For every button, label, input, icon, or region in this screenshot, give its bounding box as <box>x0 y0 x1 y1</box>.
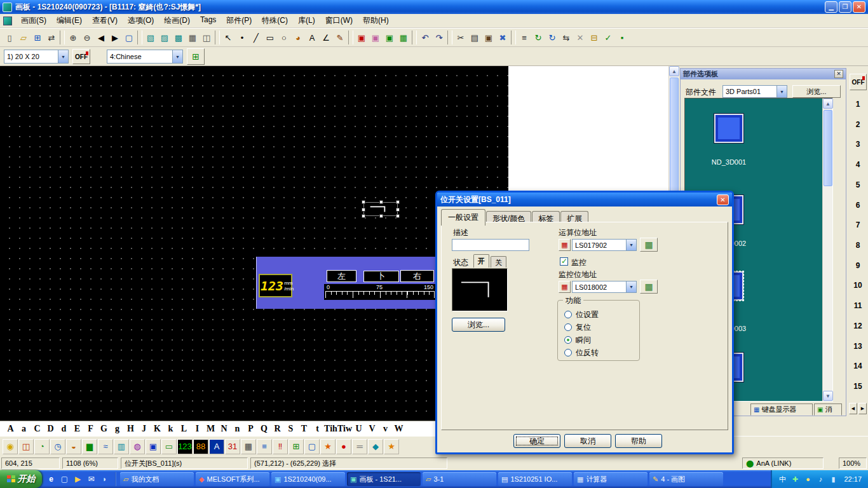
desktop-icon[interactable]: ▢ <box>59 473 70 485</box>
menu-parts[interactable]: 部件(P) <box>221 13 257 28</box>
valve-icon[interactable]: ◆ <box>368 439 383 454</box>
parts-file-combo[interactable]: 3D Parts01 ▼ <box>722 85 787 98</box>
chevron-down-icon[interactable]: ▼ <box>626 240 636 250</box>
selection-handle[interactable] <box>362 208 365 212</box>
task-calculator[interactable]: ▦计算器 <box>574 472 648 486</box>
chevron-down-icon[interactable]: ▼ <box>172 50 182 63</box>
align-icon[interactable]: ≡ <box>517 30 531 45</box>
mirror-icon[interactable]: ⇆ <box>559 30 573 45</box>
screen-new-icon[interactable]: ▧ <box>144 30 158 45</box>
zoom-out-icon[interactable]: ⊖ <box>80 30 94 45</box>
state-letter-17[interactable]: N <box>217 424 231 434</box>
state-letter-24[interactable]: t <box>311 424 324 434</box>
state-number-5[interactable]: 5 <box>848 175 868 195</box>
state-letter-12[interactable]: K <box>151 424 164 434</box>
delete-icon[interactable]: ✖ <box>496 30 510 45</box>
flower-part-icon[interactable]: ★ <box>384 439 399 454</box>
radio-bit-invert-label[interactable]: 位反转 <box>576 348 599 358</box>
transfer-icon[interactable]: ⇄ <box>44 30 58 45</box>
state-letter-13[interactable]: k <box>164 424 177 434</box>
task-huaban[interactable]: ▣画板 - 1S21... <box>347 472 421 486</box>
state-letter-14[interactable]: L <box>177 424 191 434</box>
drawing-canvas[interactable] <box>0 66 508 421</box>
group-icon[interactable]: ⊟ <box>587 30 601 45</box>
hmi-panel[interactable]: 123 mm /min 左 卜 右 0 75 150 <box>256 257 436 309</box>
radio-momentary[interactable] <box>564 336 572 344</box>
copy-icon[interactable]: ▤ <box>468 30 482 45</box>
state-number-12[interactable]: 12 <box>848 316 868 336</box>
pipe-icon[interactable]: ═ <box>352 439 367 454</box>
language-combo[interactable]: 4:Chinese ▼ <box>107 50 183 64</box>
mail-icon[interactable]: ✉ <box>86 473 97 485</box>
rect-tool-icon[interactable]: ▭ <box>263 30 277 45</box>
screen-open-icon[interactable]: ▨ <box>158 30 172 45</box>
seven-seg-icon[interactable]: 88 <box>193 439 208 454</box>
menu-view[interactable]: 查看(V) <box>87 13 123 28</box>
device-icon[interactable]: ▦ <box>559 281 571 293</box>
chevron-down-icon[interactable]: ▼ <box>626 281 636 292</box>
state-letter-18[interactable]: n <box>231 424 244 434</box>
scroll-down-icon[interactable]: ▼ <box>823 391 833 401</box>
menu-draw[interactable]: 绘画(D) <box>159 13 195 28</box>
radio-momentary-label[interactable]: 瞬间 <box>576 335 591 346</box>
tab-scroll-right-icon[interactable]: ▶ <box>858 403 867 414</box>
parts-panel-titlebar[interactable]: 部件选项板 ✕ <box>681 69 846 79</box>
hmi-button-right[interactable]: 右 <box>400 270 434 282</box>
network-tray-icon[interactable]: ▮ <box>828 474 838 484</box>
state-number-7[interactable]: 7 <box>848 215 868 235</box>
part-switch-icon[interactable]: ▣ <box>369 30 383 45</box>
state-letter-21[interactable]: R <box>271 424 284 434</box>
tab-message[interactable]: ▣ 消 <box>814 403 842 416</box>
pen-tool-icon[interactable]: ✎ <box>333 30 347 45</box>
antivirus-tray-icon[interactable]: ✚ <box>790 474 800 484</box>
state-letter-27[interactable]: U <box>352 424 365 434</box>
state-number-11[interactable]: 11 <box>848 295 868 316</box>
part-item-nd3d001[interactable] <box>714 114 743 143</box>
state-letter-26[interactable]: Tiw <box>337 424 352 434</box>
operation-address-combo[interactable]: LS017902 ▼ <box>572 239 637 251</box>
state-number-2[interactable]: 2 <box>848 114 868 135</box>
open-file-icon[interactable]: ▱ <box>17 30 31 45</box>
next-screen-icon[interactable]: ▶ <box>108 30 122 45</box>
cascade-windows-icon[interactable]: ▢ <box>122 30 136 45</box>
alert-tray-icon[interactable]: ● <box>803 474 813 484</box>
keypad-icon[interactable]: ▦ <box>640 238 658 252</box>
zoom-in-icon[interactable]: ⊕ <box>66 30 80 45</box>
text-tool-icon[interactable]: A <box>305 30 319 45</box>
pie-graph-icon[interactable]: ◔ <box>34 439 50 454</box>
numeric-display-icon[interactable]: 123 <box>177 439 193 454</box>
star-part-icon[interactable]: ★ <box>320 439 336 454</box>
minimize-button[interactable]: ▁ <box>825 1 837 13</box>
hmi-button-middle[interactable]: 卜 <box>363 271 399 282</box>
recipe-icon[interactable]: ⊞ <box>288 439 304 454</box>
menu-library[interactable]: 库(L) <box>293 13 320 28</box>
selected-bit-switch[interactable] <box>363 202 398 216</box>
cross-icon[interactable]: ✕ <box>573 30 587 45</box>
right-state-off-button[interactable]: OFF <box>850 74 867 90</box>
radio-bit-set[interactable] <box>564 311 572 318</box>
selection-handle[interactable] <box>362 214 365 218</box>
menu-option[interactable]: 选项(O) <box>123 13 159 28</box>
project-icon[interactable]: ⊞ <box>31 30 44 45</box>
description-input[interactable] <box>452 239 529 251</box>
panel-meter-icon[interactable]: ◍ <box>130 439 145 454</box>
state-number-13[interactable]: 13 <box>848 336 868 356</box>
tab-keyboard-display[interactable]: ▦ 键盘显示器 <box>750 403 813 416</box>
cut-icon[interactable]: ✂ <box>454 30 468 45</box>
data-list-icon[interactable]: ≡ <box>257 439 272 454</box>
radio-bit-set-label[interactable]: 位设置 <box>576 309 599 320</box>
state-on-tab[interactable]: 开 <box>473 254 489 268</box>
menu-tags[interactable]: Tags <box>195 13 221 28</box>
trend-graph-icon[interactable]: ≈ <box>98 439 113 454</box>
selection-handle[interactable] <box>396 208 400 212</box>
media-player-icon[interactable]: ▶ <box>72 473 83 485</box>
meter-icon[interactable]: ◒ <box>66 439 81 454</box>
menu-window[interactable]: 窗口(W) <box>320 13 358 28</box>
task-3-1[interactable]: ▱3-1 <box>423 472 496 486</box>
task-my-documents[interactable]: ▱我的文档 <box>120 472 194 486</box>
state-number-6[interactable]: 6 <box>848 195 868 215</box>
switch-part-icon[interactable]: ◫ <box>18 439 34 454</box>
menu-edit[interactable]: 编辑(E) <box>51 13 87 28</box>
monitor-display-icon[interactable]: ▣ <box>146 439 161 454</box>
grid-icon[interactable]: ▦ <box>186 30 200 45</box>
